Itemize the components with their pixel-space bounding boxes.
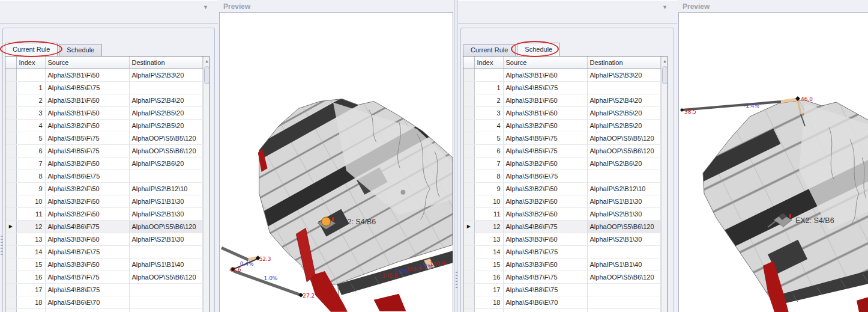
cell-index[interactable] (16, 308, 45, 312)
row-indicator[interactable] (5, 144, 16, 157)
cell-destination[interactable] (129, 308, 202, 312)
row-indicator[interactable] (5, 119, 16, 132)
cell-index[interactable]: 1 (474, 81, 503, 94)
cell-index[interactable]: 3 (16, 106, 45, 119)
cell-index[interactable]: 7 (474, 157, 503, 170)
scrollbar-thumb[interactable] (662, 66, 668, 84)
chevron-down-icon[interactable]: ▼ (203, 4, 208, 10)
cell-destination[interactable] (129, 245, 202, 258)
cell-index[interactable]: 9 (474, 182, 503, 195)
table-row[interactable]: 1Alpha\S4\B5\E\75 (463, 81, 660, 94)
cell-destination[interactable]: AlphaOOP\S5\B6\120 (129, 271, 202, 283)
cell-index[interactable]: 13 (16, 233, 45, 245)
row-indicator[interactable] (463, 195, 474, 207)
cell-source[interactable]: Alpha\S3\B1\F\50 (503, 94, 587, 106)
cell-source[interactable]: Alpha\S4\B6\E\75 (45, 308, 129, 312)
cell-source[interactable]: Alpha\S3\B2\F\50 (503, 182, 587, 195)
cell-source[interactable]: Alpha\S4\B8\E\75 (45, 283, 129, 296)
cell-index[interactable]: 5 (16, 132, 45, 144)
cell-destination[interactable]: AlphaIP\S2\B1\30 (587, 207, 660, 220)
table-row[interactable]: ▶12Alpha\S4\B6\F\75AlphaOOP\S5\B6\120 (463, 220, 660, 233)
chevron-down-icon[interactable]: ▼ (662, 4, 668, 10)
row-indicator[interactable] (5, 271, 16, 283)
cell-source[interactable]: Alpha\S4\B5\E\75 (503, 81, 587, 94)
column-header-destination[interactable]: Destination (587, 57, 660, 69)
table-row[interactable]: 8Alpha\S4\B6\E\75 (463, 170, 660, 182)
cell-index[interactable]: 2 (16, 94, 45, 106)
cell-destination[interactable] (587, 283, 660, 296)
cell-index[interactable]: 10 (474, 195, 503, 207)
preview-3d-scene[interactable]: EX2: S4/B6 52.30.4%43.61.0%27.2140.80.0%… (220, 13, 453, 312)
table-row[interactable]: 2Alpha\S3\B1\F\50AlphaIP\S2\B4\20 (463, 94, 660, 106)
row-indicator[interactable] (5, 233, 16, 245)
table-row[interactable]: 5Alpha\S4\B5\F\75AlphaOOP\S5\B5\120 (5, 132, 202, 144)
row-indicator[interactable] (463, 170, 474, 182)
cell-index[interactable]: 8 (16, 170, 45, 182)
cell-source[interactable]: Alpha\S4\B7\F\75 (45, 271, 129, 283)
cell-destination[interactable]: AlphaIP\S1\B1\30 (129, 195, 202, 207)
cell-source[interactable]: Alpha\S3\B1\F\50 (45, 69, 129, 81)
cell-destination[interactable] (587, 296, 660, 308)
cell-destination[interactable] (129, 283, 202, 296)
cell-source[interactable]: Alpha\S4\B6\E\75 (503, 308, 587, 312)
cell-source[interactable]: Alpha\S3\B3\F\50 (503, 233, 587, 245)
cell-source[interactable]: Alpha\S4\B7\E\75 (45, 245, 129, 258)
cell-index[interactable]: 10 (16, 195, 45, 207)
cell-source[interactable]: Alpha\S3\B2\F\50 (503, 119, 587, 132)
cell-source[interactable]: Alpha\S3\B3\F\50 (45, 233, 129, 245)
cell-destination[interactable]: AlphaIP\S2\B5\20 (587, 106, 660, 119)
cell-source[interactable]: Alpha\S3\B2\F\50 (45, 207, 129, 220)
cell-destination[interactable] (587, 308, 660, 312)
cell-source[interactable]: Alpha\S3\B1\F\50 (45, 106, 129, 119)
cell-source[interactable]: Alpha\S3\B2\F\50 (45, 157, 129, 170)
row-indicator[interactable] (5, 106, 16, 119)
row-indicator[interactable] (463, 144, 474, 157)
cell-destination[interactable]: AlphaOOP\S5\B6\120 (587, 144, 660, 157)
cell-destination[interactable]: AlphaIP\S2\B1\30 (129, 207, 202, 220)
tab-schedule[interactable]: Schedule (59, 44, 102, 56)
table-row[interactable]: Alpha\S3\B1\F\50AlphaIP\S2\B3\20 (5, 69, 202, 81)
table-row[interactable]: 11Alpha\S3\B2\F\50AlphaIP\S2\B1\30 (463, 207, 660, 220)
cell-index[interactable]: 9 (16, 182, 45, 195)
cell-index[interactable]: 12 (474, 220, 503, 233)
table-row[interactable]: 4Alpha\S3\B2\F\50AlphaIP\S2\B5\20 (5, 119, 202, 132)
table-row[interactable]: Alpha\S4\B6\E\75 (5, 308, 202, 312)
cell-destination[interactable]: AlphaIP\S2\B5\20 (129, 119, 202, 132)
cell-index[interactable]: 16 (474, 271, 503, 283)
cell-index[interactable] (474, 69, 503, 81)
table-row[interactable]: 2Alpha\S3\B1\F\50AlphaIP\S2\B4\20 (5, 94, 202, 106)
row-indicator[interactable] (463, 132, 474, 144)
table-row[interactable]: 15Alpha\S3\B3\F\50AlphaIP\S1\B1\40 (463, 258, 660, 271)
row-indicator[interactable] (463, 296, 474, 308)
table-row[interactable]: 16Alpha\S4\B7\F\75AlphaOOP\S5\B6\120 (5, 271, 202, 283)
cell-destination[interactable]: AlphaIP\S2\B12\10 (587, 182, 660, 195)
cell-index[interactable] (16, 69, 45, 81)
tab-current-rule[interactable]: Current Rule (5, 43, 58, 56)
cell-source[interactable]: Alpha\S4\B8\E\75 (503, 283, 587, 296)
cell-destination[interactable]: AlphaIP\S2\B6\20 (587, 157, 660, 170)
row-indicator[interactable] (463, 81, 474, 94)
scroll-up-icon[interactable]: ▲ (662, 57, 668, 66)
cell-source[interactable]: Alpha\S4\B5\F\75 (45, 144, 129, 157)
tab-current-rule[interactable]: Current Rule (463, 44, 516, 56)
row-indicator[interactable] (5, 170, 16, 182)
cell-index[interactable]: 17 (16, 283, 45, 296)
row-indicator[interactable] (5, 296, 16, 308)
cell-index[interactable]: 17 (474, 283, 503, 296)
cell-source[interactable]: Alpha\S4\B6\F\75 (45, 220, 129, 233)
cell-index[interactable]: 12 (16, 220, 45, 233)
table-row[interactable]: 18Alpha\S4\B6\E\70 (5, 296, 202, 308)
row-indicator[interactable] (463, 245, 474, 258)
cell-index[interactable]: 8 (474, 170, 503, 182)
table-row[interactable]: 9Alpha\S3\B2\F\50AlphaIP\S2\B12\10 (463, 182, 660, 195)
table-row[interactable]: Alpha\S4\B6\E\75 (463, 308, 660, 312)
row-indicator[interactable] (463, 94, 474, 106)
cell-source[interactable]: Alpha\S4\B5\E\75 (45, 81, 129, 94)
row-indicator[interactable] (463, 157, 474, 170)
table-row[interactable]: 13Alpha\S3\B3\F\50AlphaIP\S2\B1\30 (5, 233, 202, 245)
table-row[interactable]: 13Alpha\S3\B3\F\50AlphaIP\S2\B1\30 (463, 233, 660, 245)
table-row[interactable]: Alpha\S3\B1\F\50AlphaIP\S2\B3\20 (463, 69, 660, 81)
row-indicator[interactable] (5, 81, 16, 94)
cell-destination[interactable]: AlphaOOP\S5\B6\120 (129, 144, 202, 157)
table-row[interactable]: 6Alpha\S4\B5\F\75AlphaOOP\S5\B6\120 (463, 144, 660, 157)
